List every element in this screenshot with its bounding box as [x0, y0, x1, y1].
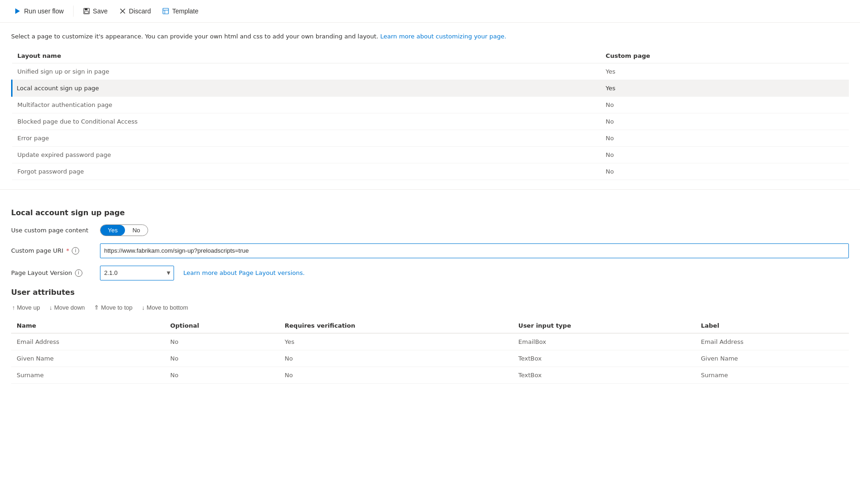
attr-requires-verification: No	[279, 367, 513, 383]
custom-uri-input[interactable]	[100, 243, 849, 258]
attr-col-header: Optional	[165, 318, 279, 333]
layout-row-custom-page: No	[600, 163, 849, 180]
layout-table-row[interactable]: Forgot password pageNo	[12, 163, 849, 180]
move-up-button[interactable]: ↑ Move up	[11, 302, 41, 313]
toolbar: Run user flow Save Discard	[0, 0, 860, 23]
layout-table-row[interactable]: Blocked page due to Conditional AccessNo	[12, 113, 849, 130]
attr-name: Surname	[11, 367, 165, 383]
discard-button[interactable]: Discard	[114, 5, 156, 18]
move-to-top-icon: ⇑	[94, 304, 99, 311]
section-divider	[0, 189, 860, 190]
layout-table-row[interactable]: Multifactor authentication pageNo	[12, 96, 849, 113]
move-to-top-button[interactable]: ⇑ Move to top	[93, 302, 133, 313]
layout-row-custom-page: No	[600, 146, 849, 163]
attr-name: Given Name	[11, 350, 165, 367]
attr-label: Surname	[695, 367, 849, 383]
attributes-title: User attributes	[11, 288, 849, 297]
svg-rect-3	[85, 11, 88, 13]
toggle-no-button[interactable]: No	[125, 225, 148, 236]
custom-uri-row: Custom page URI * i	[11, 243, 849, 258]
layout-table-row[interactable]: Error pageNo	[12, 130, 849, 146]
layout-row-custom-page: Yes	[600, 63, 849, 80]
attr-input-type: TextBox	[513, 367, 695, 383]
layout-table: Layout name Custom page Unified sign up …	[11, 49, 849, 180]
attr-optional: No	[165, 333, 279, 350]
attributes-table: NameOptionalRequires verificationUser in…	[11, 318, 849, 384]
attr-col-header: Name	[11, 318, 165, 333]
layout-row-name: Update expired password page	[12, 146, 600, 163]
layout-row-custom-page: Yes	[600, 80, 849, 96]
toggle-yes-button[interactable]: Yes	[100, 225, 125, 236]
detail-section-title: Local account sign up page	[11, 208, 849, 217]
learn-more-link[interactable]: Learn more about customizing your page.	[380, 33, 506, 40]
svg-rect-6	[163, 8, 168, 14]
use-custom-label: Use custom page content	[11, 227, 94, 234]
layout-row-name: Local account sign up page	[12, 80, 600, 96]
col-custom-page: Custom page	[600, 49, 849, 63]
attr-name: Email Address	[11, 333, 165, 350]
attr-table-row[interactable]: Given NameNoNoTextBoxGiven Name	[11, 350, 849, 367]
layout-row-custom-page: No	[600, 113, 849, 130]
attr-table-row[interactable]: SurnameNoNoTextBoxSurname	[11, 367, 849, 383]
attr-col-header: Requires verification	[279, 318, 513, 333]
custom-uri-label: Custom page URI * i	[11, 247, 94, 255]
save-label: Save	[93, 7, 108, 15]
use-custom-row: Use custom page content Yes No	[11, 224, 849, 236]
discard-label: Discard	[129, 7, 151, 15]
attr-optional: No	[165, 367, 279, 383]
template-icon	[162, 7, 169, 15]
layout-row-custom-page: No	[600, 130, 849, 146]
move-down-icon: ↓	[49, 304, 52, 311]
attr-label: Given Name	[695, 350, 849, 367]
attr-requires-verification: No	[279, 350, 513, 367]
page-layout-select-wrapper: 1.2.0 2.0.0 2.1.0 2.2.0 ▼	[100, 266, 174, 280]
description-static: Select a page to customize it's appearan…	[11, 33, 378, 40]
svg-rect-2	[85, 8, 87, 10]
move-down-button[interactable]: ↓ Move down	[48, 302, 86, 313]
move-up-label: Move up	[17, 304, 40, 311]
layout-table-row[interactable]: Unified sign up or sign in pageYes	[12, 63, 849, 80]
required-indicator: *	[66, 247, 69, 254]
layout-row-name: Blocked page due to Conditional Access	[12, 113, 600, 130]
layout-table-row[interactable]: Local account sign up pageYes	[12, 80, 849, 96]
attr-col-header: Label	[695, 318, 849, 333]
page-layout-select[interactable]: 1.2.0 2.0.0 2.1.0 2.2.0	[100, 266, 174, 280]
attr-table-row[interactable]: Email AddressNoYesEmailBoxEmail Address	[11, 333, 849, 350]
template-label: Template	[172, 7, 199, 15]
main-content: Select a page to customize it's appearan…	[0, 23, 860, 189]
custom-content-toggle[interactable]: Yes No	[100, 224, 148, 236]
move-down-label: Move down	[54, 304, 85, 311]
layout-row-custom-page: No	[600, 96, 849, 113]
page-layout-info-icon: i	[75, 269, 82, 277]
attr-col-header: User input type	[513, 318, 695, 333]
discard-icon	[119, 7, 126, 15]
detail-section: Local account sign up page Use custom pa…	[0, 199, 860, 393]
layout-row-name: Multifactor authentication page	[12, 96, 600, 113]
move-to-bottom-label: Move to bottom	[147, 304, 188, 311]
custom-uri-info-icon: i	[72, 247, 79, 255]
col-layout-name: Layout name	[12, 49, 600, 63]
attr-requires-verification: Yes	[279, 333, 513, 350]
attr-input-type: TextBox	[513, 350, 695, 367]
page-layout-label: Page Layout Version i	[11, 269, 94, 277]
move-buttons-group: ↑ Move up ↓ Move down ⇑ Move to top ↓ Mo…	[11, 302, 849, 313]
template-button[interactable]: Template	[157, 5, 203, 18]
move-up-icon: ↑	[12, 304, 15, 311]
move-to-top-label: Move to top	[101, 304, 132, 311]
move-to-bottom-icon: ↓	[142, 304, 145, 311]
layout-row-name: Unified sign up or sign in page	[12, 63, 600, 80]
description-text: Select a page to customize it's appearan…	[11, 32, 849, 41]
layout-table-row[interactable]: Update expired password pageNo	[12, 146, 849, 163]
svg-marker-0	[15, 8, 20, 14]
run-icon	[14, 7, 21, 15]
save-button[interactable]: Save	[78, 5, 112, 18]
run-user-flow-button[interactable]: Run user flow	[9, 5, 69, 18]
attr-label: Email Address	[695, 333, 849, 350]
run-user-flow-label: Run user flow	[24, 7, 64, 15]
page-layout-row: Page Layout Version i 1.2.0 2.0.0 2.1.0 …	[11, 266, 849, 280]
layout-row-name: Forgot password page	[12, 163, 600, 180]
save-icon	[83, 7, 90, 15]
toolbar-separator-1	[73, 6, 74, 17]
page-layout-learn-more-link[interactable]: Learn more about Page Layout versions.	[183, 269, 305, 276]
move-to-bottom-button[interactable]: ↓ Move to bottom	[141, 302, 189, 313]
